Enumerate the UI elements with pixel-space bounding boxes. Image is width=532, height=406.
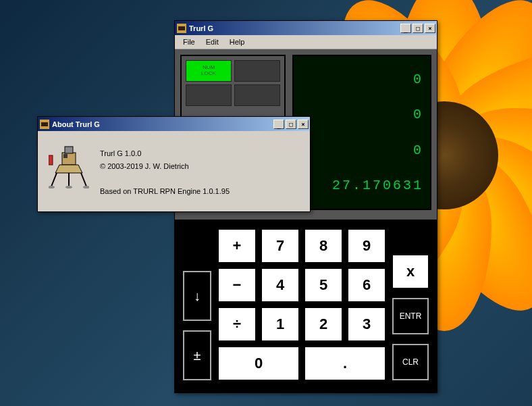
plus-key[interactable]: + bbox=[218, 229, 256, 263]
digit-0-key[interactable]: 0 bbox=[218, 347, 299, 380]
stack-y: 0 bbox=[300, 143, 423, 158]
lcd-display: 0 0 0 27.170631 bbox=[292, 55, 431, 210]
calculator-body: NUM LOCK 0 0 0 27.170631 ↓ ± + 7 bbox=[175, 49, 437, 392]
digit-2-key[interactable]: 2 bbox=[304, 307, 342, 341]
about-minimize-button[interactable]: _ bbox=[273, 120, 284, 129]
keypad: ↓ ± + 7 8 9 − 4 5 6 ÷ 1 2 3 0 . x EN bbox=[175, 220, 437, 392]
stack-x: 27.170631 bbox=[300, 178, 423, 193]
digit-4-key[interactable]: 4 bbox=[261, 268, 299, 302]
svg-rect-6 bbox=[65, 147, 73, 153]
svg-point-12 bbox=[83, 186, 89, 188]
svg-rect-14 bbox=[49, 155, 53, 165]
indicator-blank-1 bbox=[234, 60, 280, 82]
clr-key[interactable]: CLR bbox=[392, 344, 429, 380]
svg-rect-5 bbox=[63, 154, 68, 158]
menubar: File Edit Help bbox=[175, 35, 437, 49]
stack-t: 0 bbox=[300, 72, 423, 87]
about-line2: © 2003-2019 J. W. Dietrich bbox=[100, 160, 230, 173]
digit-6-key[interactable]: 6 bbox=[348, 268, 385, 302]
about-line3: Based on TRURL RPN Engine 1.0.1.95 bbox=[100, 185, 230, 198]
plusminus-key[interactable]: ± bbox=[183, 330, 211, 380]
numlock-indicator: NUM LOCK bbox=[186, 60, 232, 82]
dot-key[interactable]: . bbox=[304, 347, 385, 380]
digit-9-key[interactable]: 9 bbox=[348, 229, 385, 263]
about-maximize-button[interactable]: □ bbox=[286, 120, 296, 129]
indicator-blank-3 bbox=[234, 84, 280, 106]
indicator-blank-2 bbox=[186, 84, 232, 106]
menu-file[interactable]: File bbox=[178, 36, 201, 47]
about-text: Trurl G 1.0.0 © 2003-2019 J. W. Dietrich… bbox=[100, 143, 230, 198]
digit-1-key[interactable]: 1 bbox=[261, 307, 299, 341]
svg-rect-1 bbox=[178, 26, 185, 30]
svg-line-9 bbox=[81, 173, 86, 186]
svg-rect-3 bbox=[41, 122, 48, 126]
close-button[interactable]: × bbox=[425, 24, 435, 33]
main-title: Trurl G bbox=[189, 24, 399, 32]
maximize-button[interactable]: □ bbox=[413, 24, 423, 33]
menu-help[interactable]: Help bbox=[224, 36, 250, 47]
stack-z: 0 bbox=[300, 107, 423, 122]
svg-line-8 bbox=[51, 173, 57, 186]
digit-8-key[interactable]: 8 bbox=[304, 229, 342, 263]
entr-key[interactable]: ENTR bbox=[392, 298, 429, 334]
svg-point-11 bbox=[49, 186, 55, 188]
about-close-button[interactable]: × bbox=[298, 120, 309, 129]
about-app-icon bbox=[39, 119, 50, 130]
down-key[interactable]: ↓ bbox=[183, 271, 211, 321]
lunar-module-icon bbox=[49, 143, 89, 191]
about-title: About Trurl G bbox=[52, 120, 272, 128]
times-key[interactable]: x bbox=[392, 255, 429, 288]
minimize-button[interactable]: _ bbox=[400, 24, 411, 33]
digit-7-key[interactable]: 7 bbox=[261, 229, 299, 263]
menu-edit[interactable]: Edit bbox=[201, 36, 224, 47]
minus-key[interactable]: − bbox=[218, 268, 256, 302]
digit-3-key[interactable]: 3 bbox=[348, 307, 385, 341]
digit-5-key[interactable]: 5 bbox=[304, 268, 342, 302]
main-titlebar[interactable]: Trurl G _ □ × bbox=[175, 21, 437, 35]
about-line1: Trurl G 1.0.0 bbox=[100, 147, 230, 160]
app-icon bbox=[176, 23, 187, 34]
about-titlebar[interactable]: About Trurl G _ □ × bbox=[38, 117, 310, 131]
about-window: About Trurl G _ □ × Tru bbox=[37, 116, 311, 212]
divide-key[interactable]: ÷ bbox=[218, 307, 256, 341]
svg-marker-7 bbox=[55, 165, 82, 173]
svg-point-13 bbox=[65, 186, 72, 188]
